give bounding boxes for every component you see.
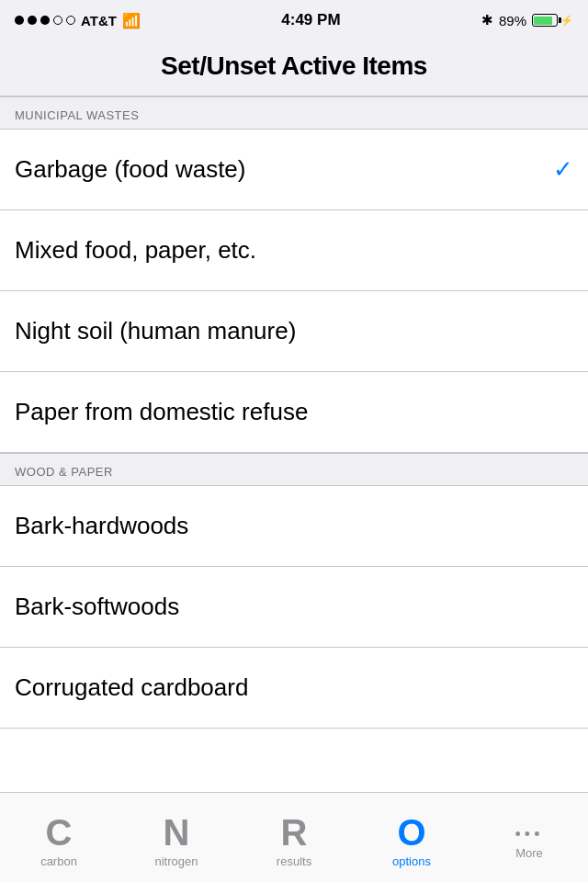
tab-more[interactable]: ••• More: [470, 793, 588, 882]
battery-icon: ⚡: [532, 14, 573, 27]
list-item-label: Paper from domestic refuse: [15, 398, 308, 426]
charging-bolt: ⚡: [560, 15, 573, 27]
options-tab-icon: O: [397, 814, 425, 851]
list-item-bark-hardwoods[interactable]: Bark-hardwoods: [0, 486, 588, 567]
tab-results[interactable]: R results: [235, 793, 353, 882]
list-item-label: Night soil (human manure): [15, 317, 296, 345]
nitrogen-tab-label: nitrogen: [155, 854, 198, 868]
nitrogen-tab-icon: N: [164, 814, 190, 851]
carrier-name: AT&T: [81, 13, 117, 28]
section-header-municipal-wastes: MUNICIPAL WASTES: [0, 96, 588, 130]
bluetooth-icon: ✱: [481, 12, 493, 28]
results-tab-icon: R: [281, 814, 308, 851]
more-tab-icon: •••: [515, 822, 544, 842]
section-header-wood-paper: WOOD & PAPER: [0, 453, 588, 486]
more-tab-label: More: [515, 846, 543, 860]
options-tab-label: options: [392, 854, 431, 868]
section-header-text-wood: WOOD & PAPER: [15, 465, 113, 479]
main-content: MUNICIPAL WASTES Garbage (food waste) ✓ …: [0, 96, 588, 819]
list-item-mixed-food[interactable]: Mixed food, paper, etc.: [0, 210, 588, 291]
signal-dot-2: [28, 16, 37, 25]
checkmark-icon: ✓: [553, 155, 573, 184]
carbon-tab-icon: C: [46, 814, 73, 851]
tab-bar: C carbon N nitrogen R results O options …: [0, 792, 588, 882]
status-left: AT&T 📶: [15, 12, 141, 29]
tab-carbon[interactable]: C carbon: [0, 793, 118, 882]
status-right: ✱ 89% ⚡: [481, 12, 573, 28]
tab-nitrogen[interactable]: N nitrogen: [118, 793, 235, 882]
wifi-icon: 📶: [122, 12, 141, 29]
list-item-paper-domestic[interactable]: Paper from domestic refuse: [0, 372, 588, 453]
status-time: 4:49 PM: [281, 11, 340, 29]
signal-strength: [15, 16, 75, 25]
list-item-corrugated-cardboard[interactable]: Corrugated cardboard: [0, 648, 588, 729]
signal-dot-4: [53, 16, 62, 25]
page-title-bar: Set/Unset Active Items: [0, 40, 588, 96]
list-item-label: Corrugated cardboard: [15, 673, 248, 702]
status-bar: AT&T 📶 4:49 PM ✱ 89% ⚡: [0, 0, 588, 40]
list-item-night-soil[interactable]: Night soil (human manure): [0, 291, 588, 372]
signal-dot-3: [40, 16, 50, 25]
signal-dot-5: [66, 16, 75, 25]
list-item-label: Mixed food, paper, etc.: [15, 236, 256, 265]
tab-options[interactable]: O options: [353, 793, 470, 882]
list-item-bark-softwoods[interactable]: Bark-softwoods: [0, 567, 588, 648]
list-item-garbage[interactable]: Garbage (food waste) ✓: [0, 130, 588, 210]
list-item-label: Bark-hardwoods: [15, 512, 188, 540]
battery-percent: 89%: [499, 13, 526, 28]
page-title: Set/Unset Active Items: [15, 51, 573, 81]
section-header-text: MUNICIPAL WASTES: [15, 108, 139, 122]
list-item-label: Bark-softwoods: [15, 593, 179, 621]
signal-dot-1: [15, 16, 24, 25]
results-tab-label: results: [277, 854, 311, 868]
carbon-tab-label: carbon: [40, 854, 77, 868]
list-item-label: Garbage (food waste): [15, 155, 245, 184]
